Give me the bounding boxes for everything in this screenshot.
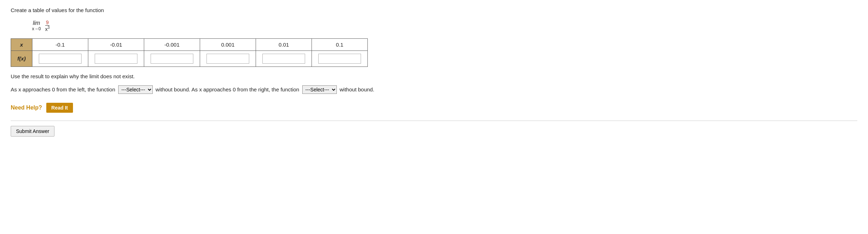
approx-section: As x approaches 0 from the left, the fun… bbox=[11, 84, 857, 95]
fx-cell-4 bbox=[200, 50, 256, 67]
fx-cell-2 bbox=[88, 50, 144, 67]
right-select[interactable]: ---Select--- increases decreases bbox=[302, 85, 337, 94]
fx-cell-3 bbox=[144, 50, 200, 67]
fx-input-3[interactable] bbox=[151, 54, 193, 64]
need-help-row: Need Help? Read It bbox=[11, 103, 857, 113]
need-help-label: Need Help? bbox=[11, 105, 42, 111]
fx-input-5[interactable] bbox=[262, 54, 305, 64]
right-text-3: without bound. bbox=[340, 86, 375, 92]
values-table: x -0.1 -0.01 -0.001 0.001 0.01 0.1 f(x) bbox=[11, 38, 368, 67]
lim-label: lim bbox=[33, 20, 40, 26]
left-text-1: As x approaches 0 from the left, the fun… bbox=[11, 86, 115, 92]
fx-cell-5 bbox=[256, 50, 312, 67]
left-select[interactable]: ---Select--- increases decreases bbox=[118, 85, 153, 94]
fx-label: f(x) bbox=[17, 55, 26, 62]
lim-subscript: x→0 bbox=[32, 26, 41, 31]
x-header: x bbox=[11, 38, 32, 50]
fx-cell-1 bbox=[32, 50, 88, 67]
submit-button[interactable]: Submit Answer bbox=[11, 126, 54, 137]
denominator: x3 bbox=[45, 26, 51, 32]
fx-header: f(x) bbox=[11, 50, 32, 67]
result-text: Use the result to explain why the limit … bbox=[11, 73, 857, 79]
fx-input-4[interactable] bbox=[206, 54, 249, 64]
instruction-text: Create a table of values for the functio… bbox=[11, 7, 857, 13]
fraction: 9 x3 bbox=[45, 20, 51, 32]
fx-input-2[interactable] bbox=[95, 54, 137, 64]
fx-cell-6 bbox=[312, 50, 368, 67]
fx-input-1[interactable] bbox=[39, 54, 82, 64]
x-val-3: -0.001 bbox=[144, 38, 200, 50]
denominator-exp: 3 bbox=[48, 26, 50, 30]
left-text-2: without bound. As x approaches 0 from th… bbox=[156, 86, 299, 92]
numerator: 9 bbox=[45, 20, 49, 26]
x-val-5: 0.01 bbox=[256, 38, 312, 50]
x-val-1: -0.1 bbox=[32, 38, 88, 50]
x-val-4: 0.001 bbox=[200, 38, 256, 50]
read-it-button[interactable]: Read It bbox=[46, 103, 73, 113]
x-val-2: -0.01 bbox=[88, 38, 144, 50]
fx-input-6[interactable] bbox=[318, 54, 361, 64]
x-val-6: 0.1 bbox=[312, 38, 368, 50]
denominator-base: x bbox=[45, 26, 48, 32]
submit-row: Submit Answer bbox=[11, 121, 857, 137]
limit-expression: lim x→0 9 x3 bbox=[32, 20, 857, 32]
